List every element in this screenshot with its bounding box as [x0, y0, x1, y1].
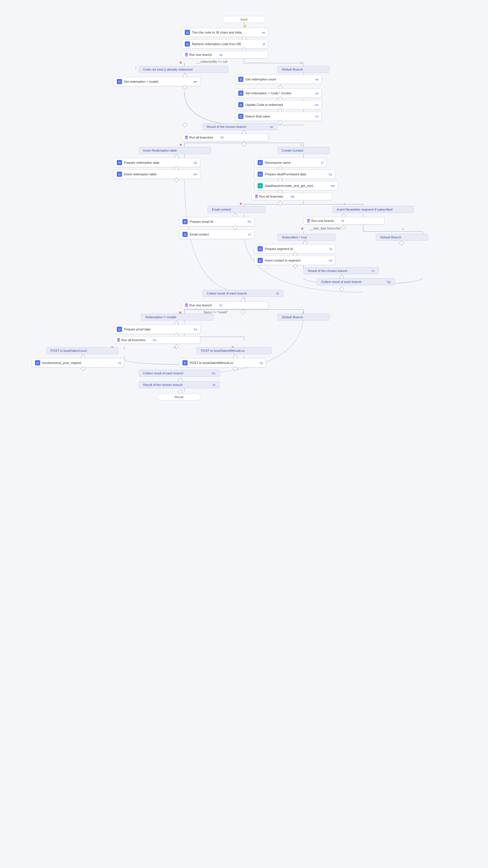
- get-redemption-icon: ⊟: [238, 77, 243, 82]
- trim-icon: ⊟: [185, 30, 190, 35]
- workflow-canvas: Input ⚡ ⊟ Trim the code to 36 chars and …: [0, 0, 488, 868]
- input-label: Input: [240, 18, 248, 21]
- email-contact-2-node[interactable]: ⊟ Email contact cc: [179, 230, 254, 239]
- run-one-branch-2-node[interactable]: ψ Run one branch bi: [303, 217, 385, 224]
- prepare-redemption-node[interactable]: ⊟ Prepare redemption data bz: [113, 158, 200, 167]
- result-chosen-3-label: Result of the chosen branch: [143, 383, 183, 386]
- diamond-30: [241, 310, 246, 314]
- decompose-icon: ⊟: [258, 160, 263, 165]
- prepare-proof-node[interactable]: ⊟ Prepare proof data bv: [113, 324, 200, 334]
- function-send-post-node[interactable]: ⊟ function/send_post_request ck: [32, 358, 124, 368]
- check-mark-3: ✓: [344, 202, 346, 206]
- decompose-badge: cf: [318, 161, 324, 164]
- collect-result-2-badge: bf: [276, 292, 279, 295]
- default-branch-2-node[interactable]: Default Branch: [376, 234, 428, 241]
- run-all-1-icon: ψ: [185, 136, 188, 139]
- run-all-3-icon: ψ: [118, 338, 120, 342]
- diamond-9: [183, 123, 187, 128]
- default-branch-1-node[interactable]: Default Branch: [278, 66, 330, 73]
- redemption-invalid-node[interactable]: Redemption != invalid: [141, 314, 214, 320]
- return-final-node[interactable]: ⊟ Return final value cn: [235, 112, 322, 121]
- diamond-28: [339, 286, 344, 291]
- insert-newsletter-label: Insert Newsletter segment if subscribed: [337, 208, 393, 211]
- email-contact-2-icon: ⊟: [183, 232, 188, 237]
- function-send-badge: ck: [115, 361, 121, 365]
- prepare-email-id-node[interactable]: ⊟ Prepare email Id bh: [179, 217, 254, 226]
- result-chosen-3-badge: bt: [213, 383, 216, 386]
- decompose-name-node[interactable]: ⊟ Decompose name cf: [254, 158, 327, 167]
- post-book-sales-without-loc-header-node[interactable]: POST to bookSalesWithoutLoc: [197, 347, 272, 354]
- prepare-deal-icon: ⊟: [258, 172, 263, 177]
- prepare-deal-badge: by: [325, 173, 332, 176]
- prepare-deal-label: Prepare deal/Purchased data: [265, 173, 306, 176]
- check-mark-4: ✓: [402, 227, 405, 231]
- trim-label: Trim the code to 36 chars and Initia...: [192, 31, 244, 34]
- set-redemption-2-node[interactable]: ⊟ Set redemption = !code ! 2codes ay: [235, 89, 322, 98]
- prepare-segment-label: Prepare segment Id: [265, 247, 293, 251]
- input-node[interactable]: Input: [222, 16, 266, 23]
- run-all-branches-2-node[interactable]: ψ Run all branches bg: [252, 193, 332, 200]
- get-redemption-count-node[interactable]: ⊟ Get redemption count ax: [235, 75, 322, 84]
- run-all-branches-3-node[interactable]: ψ Run all branches bu: [113, 336, 200, 344]
- trim-node[interactable]: ⊟ Trim the code to 36 chars and Initia..…: [182, 28, 268, 37]
- insert-newsletter-header-node[interactable]: Insert Newsletter segment if subscribed: [332, 206, 414, 213]
- run-one-3-badge: bt: [216, 304, 222, 307]
- result-chosen-3-node[interactable]: Result of the chosen branch bt: [139, 381, 220, 388]
- result-chosen-1-node[interactable]: Result of the chosen branch av: [202, 123, 278, 130]
- email-contact-header-label: Email contact: [212, 208, 231, 211]
- run-all-branches-1-node[interactable]: ψ Run all branches bf: [182, 134, 268, 141]
- post-book-sales-count-label: POST to bookSalesCount: [51, 349, 87, 352]
- collect-result-1-node[interactable]: Collect result of each branch bg: [317, 278, 395, 285]
- diamond-24: [399, 241, 404, 246]
- run-all-1-label: Run all branches: [189, 136, 214, 139]
- prepare-proof-icon: ⊟: [117, 327, 122, 332]
- prepare-segment-badge: bj: [326, 247, 332, 251]
- run-one-2-label: Run one branch: [312, 219, 334, 222]
- subscribed-node[interactable]: Subscribed = true: [278, 234, 335, 241]
- run-one-2-icon: ψ: [307, 219, 310, 222]
- prepare-segment-node[interactable]: ⊟ Prepare segment Id bj: [254, 244, 335, 253]
- set-redemption-2-badge: ay: [312, 92, 319, 95]
- ilsaidhasyim-icon: ≡: [258, 183, 263, 188]
- create-contact-label: Create Contact: [282, 149, 303, 152]
- prepare-deal-node[interactable]: ⊟ Prepare deal/Purchased data by: [254, 169, 335, 179]
- run-one-branch-1-node[interactable]: ψ Run one branch av: [182, 51, 268, 58]
- email-contact-header-node[interactable]: Email contact: [207, 206, 265, 213]
- ilsaidhasyim-node[interactable]: ≡ ilsaidhasyim/create_and_get_cont... bm: [254, 181, 338, 190]
- update-code-label: Update Code to redeemed: [246, 103, 283, 106]
- code-not-exist-label: Code not exist || already redeemed: [143, 68, 193, 71]
- code-not-exist-node[interactable]: Code not exist || already redeemed: [139, 66, 228, 73]
- retrieve-label: Retrieve redemption code from DB: [192, 42, 241, 46]
- prepare-email-label: Prepare email Id: [190, 220, 213, 223]
- create-contact-header-node[interactable]: Create Contact: [278, 147, 330, 154]
- insert-redemption-2-icon: ⊟: [117, 172, 122, 177]
- default-branch-3-node[interactable]: Default Branch: [278, 314, 330, 320]
- collect-result-3-node[interactable]: Collect result of each branch bu: [139, 370, 220, 377]
- retrieve-node[interactable]: ⊟ Retrieve redemption code from DB al: [182, 39, 268, 49]
- result-final-node[interactable]: Result: [157, 394, 201, 400]
- run-one-3-label: Run one branch: [189, 304, 212, 307]
- prepare-redemption-label: Prepare redemption data: [124, 161, 159, 164]
- set-redemption-2-icon: ⊟: [238, 91, 243, 96]
- result-chosen-2-node[interactable]: Result of the chosen branch bi: [303, 267, 379, 274]
- x-mark-2: ✕: [179, 143, 182, 147]
- insert-redemption-header-node[interactable]: Insert Redemption table: [139, 147, 211, 154]
- insert-redemption-2-node[interactable]: ⊟ Insert redemption table bn: [113, 169, 200, 179]
- collect-result-3-label: Collect result of each branch: [143, 372, 183, 375]
- result-chosen-2-label: Result of the chosen branch: [308, 269, 348, 273]
- post-book-sales-count-header-node[interactable]: POST to bookSalesCount: [46, 347, 119, 354]
- run-all-2-badge: bg: [287, 195, 294, 198]
- check-mark-6: ✓: [173, 345, 176, 349]
- diamond-18: [278, 201, 283, 206]
- redeemedby-label: __.redeemedBy !== null: [197, 60, 227, 63]
- branch1-icon: ψ: [185, 53, 188, 56]
- run-one-branch-3-node[interactable]: ψ Run one branch bt: [182, 302, 268, 309]
- function-send-icon: ⊟: [35, 360, 40, 365]
- update-code-icon: ⊟: [238, 102, 243, 107]
- post-book-sales-without-loc-node[interactable]: ⊟ POST to bookSalesWithoutLoc cg: [179, 358, 266, 368]
- prepare-email-badge: bh: [244, 220, 251, 223]
- set-redemption-node[interactable]: ⊟ Set redemption = invalid aw: [113, 77, 200, 86]
- insert-contact-segment-node[interactable]: ⊟ Insert contact to segment cb: [254, 256, 335, 265]
- collect-result-2-node[interactable]: Collect result of each branch bf: [202, 290, 283, 297]
- update-code-node[interactable]: ⊟ Update Code to redeemed cm: [235, 100, 322, 110]
